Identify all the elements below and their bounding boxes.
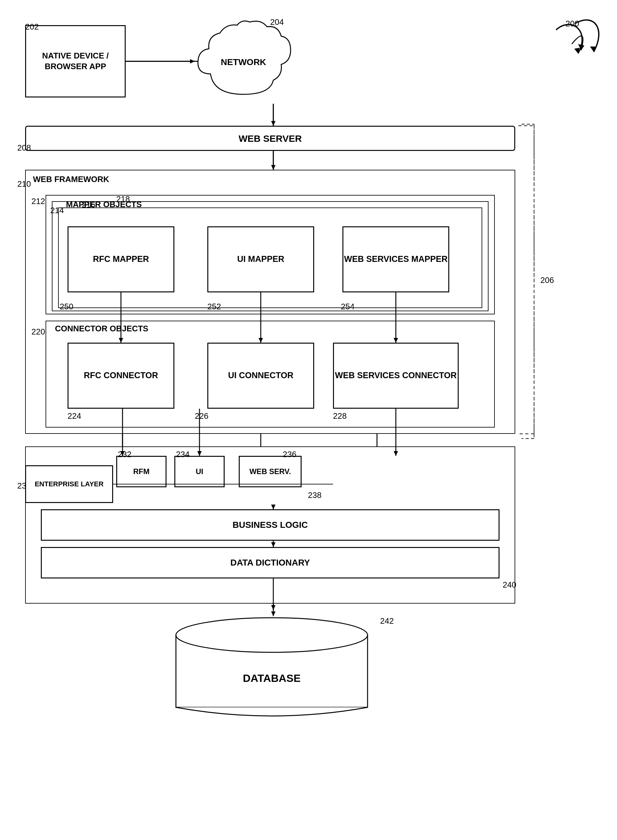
svg-marker-65 (590, 47, 596, 52)
ref-240: 240 (503, 580, 516, 590)
ref-214: 214 (50, 206, 64, 215)
native-device-label: NATIVE DEVICE / BROWSER APP (26, 50, 125, 72)
svg-marker-31 (574, 48, 580, 53)
native-device-box: NATIVE DEVICE / BROWSER APP (25, 25, 125, 98)
network-cloud: NETWORK (195, 19, 292, 104)
data-dictionary-label: DATA DICTIONARY (230, 557, 310, 568)
svg-text:DATABASE: DATABASE (243, 672, 301, 684)
rfm-label: RFM (133, 467, 149, 476)
ref-212: 212 (31, 197, 45, 206)
rfc-connector-box: RFC CONNECTOR (68, 343, 174, 409)
database-container: DATABASE (170, 616, 374, 723)
ui-connector-label: UI CONNECTOR (228, 370, 294, 381)
ui-label: UI (196, 467, 203, 476)
ref-204: 204 (270, 17, 284, 27)
ref-202: 202 (25, 22, 38, 32)
web-services-connector-box: WEB SERVICES CONNECTOR (333, 343, 459, 409)
ref-218: 218 (116, 194, 130, 204)
ref-228: 228 (333, 411, 347, 421)
connector-objects-label: CONNECTOR OBJECTS (55, 324, 148, 334)
web-services-connector-label: WEB SERVICES CONNECTOR (335, 370, 457, 381)
ref-234: 234 (176, 450, 189, 459)
web-services-mapper-box: WEB SERVICES MAPPER (342, 226, 449, 292)
rfc-connector-label: RFC CONNECTOR (84, 370, 158, 381)
svg-text:206: 206 (540, 275, 554, 285)
svg-marker-58 (271, 121, 276, 126)
rfc-mapper-box: RFC MAPPER (68, 226, 174, 292)
ref-242: 242 (380, 616, 394, 626)
business-logic-box: BUSINESS LOGIC (41, 509, 499, 541)
ref-252: 252 (207, 302, 221, 312)
svg-text:NETWORK: NETWORK (221, 57, 266, 67)
ref-224: 224 (68, 411, 81, 421)
ref-226: 226 (195, 411, 208, 421)
web-server-label: WEB SERVER (238, 132, 301, 145)
ui-connector-box: UI CONNECTOR (207, 343, 314, 409)
diagram-container: 200 NATIVE DEVICE / BROWSER APP 202 NETW… (0, 0, 617, 840)
ref-208: 208 (17, 143, 31, 153)
ref-238: 238 (308, 490, 321, 500)
mapper-objects-label: MAPPER OBJECTS (66, 200, 142, 209)
svg-marker-48 (271, 611, 276, 616)
rfm-box: RFM (116, 456, 167, 487)
ref-216: 216 (82, 200, 95, 210)
web-framework-label: WEB FRAMEWORK (33, 175, 109, 184)
enterprise-layer-label: ENTERPRISE LAYER (35, 480, 103, 489)
enterprise-layer-box: ENTERPRISE LAYER (25, 465, 113, 503)
web-serv-box: WEB SERV. (239, 456, 301, 487)
web-server-box: WEB SERVER (25, 126, 515, 151)
svg-marker-0 (578, 44, 585, 50)
ref-236: 236 (283, 450, 296, 459)
svg-marker-56 (271, 165, 276, 170)
ref-210: 210 (17, 179, 31, 189)
ref-250: 250 (60, 302, 73, 312)
svg-point-34 (176, 618, 368, 652)
ref-232: 232 (118, 450, 131, 459)
ref-220: 220 (31, 327, 45, 337)
data-dictionary-box: DATA DICTIONARY (41, 547, 499, 578)
ui-mapper-label: UI MAPPER (237, 254, 284, 265)
ref-254: 254 (341, 302, 354, 312)
web-services-mapper-label: WEB SERVICES MAPPER (344, 254, 448, 265)
rfc-mapper-label: RFC MAPPER (93, 254, 149, 265)
ref-200: 200 (565, 19, 579, 29)
ui-mapper-box: UI MAPPER (207, 226, 314, 292)
business-logic-label: BUSINESS LOGIC (232, 519, 308, 531)
svg-marker-60 (190, 59, 195, 64)
web-serv-label: WEB SERV. (249, 467, 291, 476)
ui-box: UI (174, 456, 224, 487)
svg-marker-25 (271, 605, 276, 610)
